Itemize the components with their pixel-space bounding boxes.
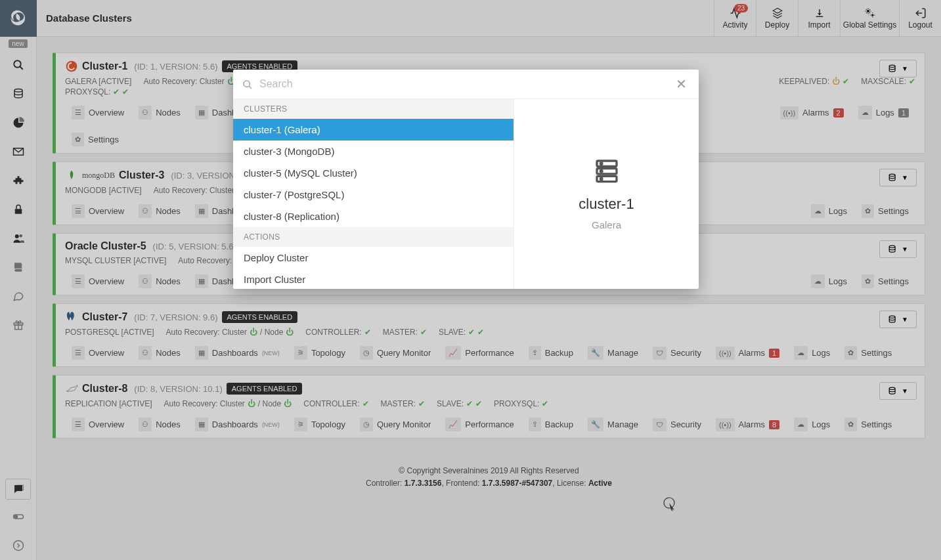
- search-input[interactable]: [259, 78, 673, 90]
- search-result-item[interactable]: Import Cluster: [233, 269, 514, 289]
- search-results-list[interactable]: CLUSTERS cluster-1 (Galera) cluster-3 (M…: [233, 99, 514, 289]
- svg-point-27: [600, 163, 602, 165]
- clusters-section-header: CLUSTERS: [233, 99, 514, 119]
- close-icon[interactable]: ✕: [673, 76, 689, 92]
- detail-title: cluster-1: [579, 196, 634, 213]
- search-modal: ✕ CLUSTERS cluster-1 (Galera) cluster-3 …: [233, 70, 699, 289]
- server-icon: [594, 158, 620, 189]
- svg-point-29: [600, 178, 602, 180]
- svg-point-28: [600, 171, 602, 173]
- search-result-item[interactable]: cluster-5 (MySQL Cluster): [233, 162, 514, 184]
- search-icon: [242, 78, 253, 90]
- svg-line-23: [249, 86, 252, 89]
- detail-subtitle: Galera: [592, 219, 621, 230]
- search-result-item[interactable]: cluster-1 (Galera): [233, 119, 514, 140]
- svg-point-22: [244, 81, 250, 87]
- search-result-item[interactable]: cluster-8 (Replication): [233, 205, 514, 227]
- search-detail-panel: cluster-1 Galera: [514, 99, 699, 289]
- search-result-item[interactable]: cluster-3 (MongoDB): [233, 140, 514, 162]
- actions-section-header: ACTIONS: [233, 227, 514, 247]
- search-result-item[interactable]: Deploy Cluster: [233, 247, 514, 269]
- search-result-item[interactable]: cluster-7 (PostgreSQL): [233, 184, 514, 205]
